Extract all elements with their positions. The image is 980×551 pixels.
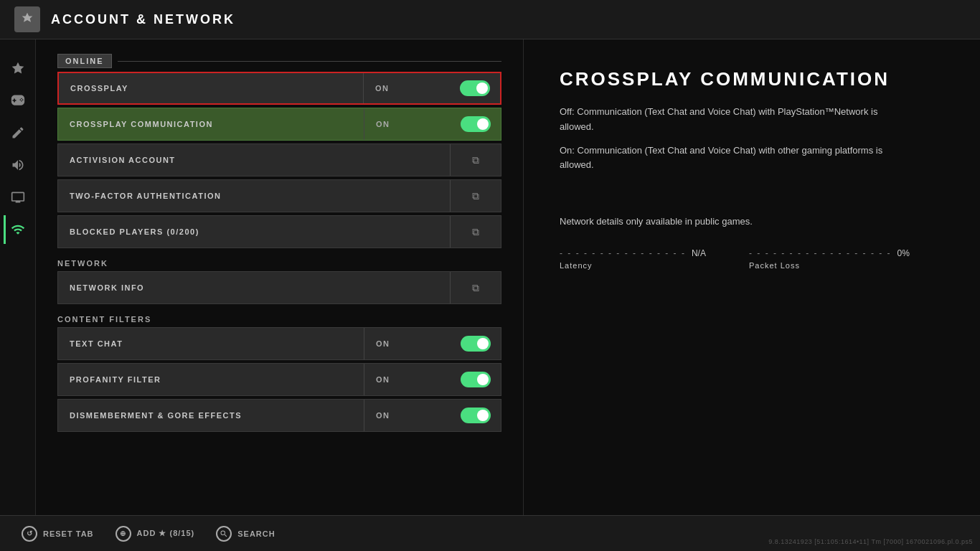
blocked-players-ext-icon: ⧉ (472, 226, 479, 238)
activision-account-ext-icon: ⧉ (472, 154, 479, 166)
text-chat-toggle-area[interactable] (451, 336, 501, 352)
online-tab: ONLINE (57, 54, 112, 68)
right-panel: CROSSPLAY COMMUNICATION Off: Communicati… (524, 39, 980, 515)
sidebar-item-network[interactable] (4, 215, 32, 244)
blocked-players-row[interactable]: BLOCKED PLAYERS (0/200) ⧉ (57, 215, 501, 248)
add-favorite-button[interactable]: ⊕ ADD ★ (8/15) (116, 526, 195, 542)
network-stats: - - - - - - - - - - - - - - - - N/A Late… (560, 248, 944, 270)
profanity-filter-value: ON (364, 375, 451, 384)
header: ACCOUNT & NETWORK (0, 0, 980, 39)
settings-panel: ONLINE CROSSPLAY ON CROSSPLAY COMMUNICAT… (36, 39, 524, 515)
text-chat-value: ON (364, 339, 451, 348)
packet-loss-stat: - - - - - - - - - - - - - - - - - - 0% P… (749, 248, 910, 270)
reset-tab-button[interactable]: ↺ RESET TAB (22, 526, 94, 542)
detail-description-on: On: Communication (Text Chat and Voice C… (560, 143, 904, 174)
search-button[interactable]: SEARCH (216, 526, 275, 542)
online-section-header: ONLINE (57, 54, 501, 68)
two-factor-ext-icon: ⧉ (472, 190, 479, 202)
packet-loss-label: Packet Loss (749, 261, 910, 270)
crossplay-row[interactable]: CROSSPLAY ON (57, 72, 501, 105)
two-factor-label: TWO-FACTOR AUTHENTICATION (58, 192, 450, 200)
latency-value: N/A (692, 248, 706, 258)
search-icon (216, 526, 232, 542)
crossplay-toggle[interactable] (460, 80, 490, 96)
sidebar (0, 39, 36, 515)
main-layout: ONLINE CROSSPLAY ON CROSSPLAY COMMUNICAT… (0, 39, 980, 515)
header-icon (14, 6, 40, 32)
profanity-filter-toggle-area[interactable] (451, 372, 501, 387)
two-factor-row[interactable]: TWO-FACTOR AUTHENTICATION ⧉ (57, 179, 501, 212)
version-text: 9.8.13241923 [51:105:1614•11] Tm [7000] … (768, 538, 973, 545)
packet-loss-row: - - - - - - - - - - - - - - - - - - 0% (749, 248, 910, 258)
profanity-filter-row[interactable]: PROFANITY FILTER ON (57, 363, 501, 396)
profanity-filter-label: PROFANITY FILTER (58, 375, 364, 384)
search-label: SEARCH (237, 529, 275, 538)
bottom-bar: ↺ RESET TAB ⊕ ADD ★ (8/15) SEARCH 9.8.13… (0, 515, 980, 551)
packet-loss-value: 0% (897, 248, 910, 258)
gore-effects-label: DISMEMBERMENT & GORE EFFECTS (58, 411, 364, 420)
gore-effects-row[interactable]: DISMEMBERMENT & GORE EFFECTS ON (57, 399, 501, 432)
activision-account-label: ACTIVISION ACCOUNT (58, 156, 450, 164)
crossplay-toggle-area[interactable] (450, 80, 500, 96)
crossplay-value: ON (364, 84, 450, 93)
sidebar-active-bar (4, 215, 6, 244)
activision-account-action[interactable]: ⧉ (451, 154, 501, 166)
content-filters-section-label: CONTENT FILTERS (57, 315, 501, 324)
sidebar-item-edit[interactable] (4, 118, 32, 147)
text-chat-row[interactable]: TEXT CHAT ON (57, 327, 501, 360)
add-favorite-label: ADD ★ (8/15) (137, 529, 195, 538)
latency-row: - - - - - - - - - - - - - - - - N/A (560, 248, 706, 258)
network-info-row[interactable]: NETWORK INFO ⧉ (57, 271, 501, 304)
text-chat-label: TEXT CHAT (58, 339, 364, 348)
gore-effects-toggle-area[interactable] (451, 408, 501, 423)
network-info-ext-icon: ⧉ (472, 282, 479, 294)
crossplay-comm-toggle[interactable] (461, 116, 491, 132)
latency-dashes: - - - - - - - - - - - - - - - - (560, 248, 686, 258)
activision-account-row[interactable]: ACTIVISION ACCOUNT ⧉ (57, 143, 501, 176)
text-chat-toggle[interactable] (461, 336, 491, 352)
two-factor-action[interactable]: ⧉ (451, 190, 501, 202)
blocked-players-action[interactable]: ⧉ (451, 226, 501, 238)
reset-tab-label: RESET TAB (43, 529, 94, 538)
blocked-players-label: BLOCKED PLAYERS (0/200) (58, 227, 450, 236)
crossplay-label: CROSSPLAY (59, 84, 363, 93)
detail-title: CROSSPLAY COMMUNICATION (560, 68, 944, 90)
crossplay-comm-label: CROSSPLAY COMMUNICATION (58, 120, 364, 128)
sidebar-item-display[interactable] (4, 183, 32, 212)
sidebar-item-audio[interactable] (4, 151, 32, 179)
detail-description-off: Off: Communication (Text Chat and Voice … (560, 105, 904, 135)
sidebar-item-favorites[interactable] (4, 54, 32, 83)
network-info-label: NETWORK INFO (58, 283, 450, 292)
gore-effects-toggle[interactable] (461, 408, 491, 423)
profanity-filter-toggle[interactable] (461, 372, 491, 387)
packet-loss-dashes: - - - - - - - - - - - - - - - - - - (749, 248, 892, 258)
gore-effects-value: ON (364, 411, 451, 420)
sidebar-item-controller[interactable] (4, 86, 32, 115)
network-note: Network details only available in public… (560, 216, 944, 227)
crossplay-comm-value: ON (364, 120, 451, 128)
latency-label: Latency (560, 261, 706, 270)
header-title: ACCOUNT & NETWORK (51, 12, 235, 27)
crossplay-comm-row[interactable]: CROSSPLAY COMMUNICATION ON (57, 108, 501, 141)
latency-stat: - - - - - - - - - - - - - - - - N/A Late… (560, 248, 706, 270)
network-info-action[interactable]: ⧉ (451, 282, 501, 294)
network-section-label: NETWORK (57, 259, 501, 268)
add-favorite-icon: ⊕ (116, 526, 131, 542)
reset-tab-icon: ↺ (22, 526, 37, 542)
crossplay-comm-toggle-area[interactable] (451, 116, 501, 132)
